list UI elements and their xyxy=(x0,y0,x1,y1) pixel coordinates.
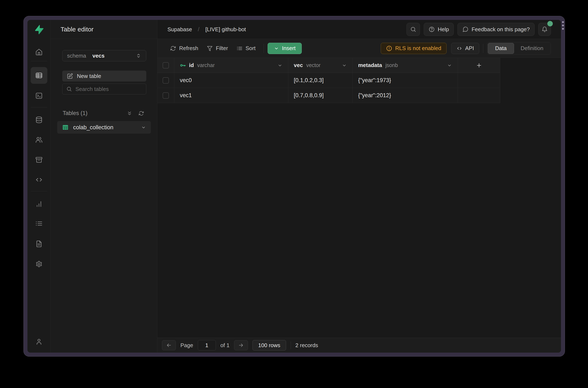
primary-key-icon xyxy=(180,62,186,69)
refresh-tables-icon[interactable] xyxy=(138,110,144,116)
chevron-down-icon[interactable] xyxy=(141,125,146,130)
rls-warning-button[interactable]: RLS is not enabled xyxy=(381,43,446,54)
new-table-label: New table xyxy=(77,73,101,79)
column-type: varchar xyxy=(197,62,215,68)
help-button[interactable]: Help xyxy=(424,23,454,36)
insert-button[interactable]: Insert xyxy=(268,43,302,54)
previous-page-button[interactable] xyxy=(162,340,176,350)
table-row[interactable]: vec1 [0.7,0.8,0.9] {"year":2012} xyxy=(157,88,500,103)
arrow-left-icon xyxy=(166,342,172,348)
column-menu-chevron-icon[interactable] xyxy=(447,63,452,68)
sidebar-item-settings-icon[interactable] xyxy=(35,260,43,268)
table-editor-sidebar: Table editor schema vecs New table Tabl xyxy=(50,20,157,353)
cell-value: vec1 xyxy=(180,92,192,99)
column-header-metadata[interactable]: metadata jsonb xyxy=(353,58,458,73)
cell-value: {"year":2012} xyxy=(358,92,391,99)
sidebar-item-sql-editor-icon[interactable] xyxy=(35,92,43,99)
rail-divider xyxy=(31,107,47,107)
column-name: id xyxy=(189,62,194,69)
sidebar-item-home-icon[interactable] xyxy=(35,48,43,56)
sidebar-item-authentication-icon[interactable] xyxy=(35,136,43,144)
schema-label: schema xyxy=(67,53,86,59)
sort-icon xyxy=(236,45,243,51)
table-row[interactable]: vec0 [0.1,0.2,0.3] {"year":1973} xyxy=(157,73,500,88)
row-checkbox[interactable] xyxy=(163,77,169,84)
table-item-name: colab_collection xyxy=(73,124,113,131)
select-all-checkbox[interactable] xyxy=(163,62,169,69)
sidebar-item-edge-functions-icon[interactable] xyxy=(35,176,43,184)
sidebar-item-table-colab-collection[interactable]: colab_collection xyxy=(57,121,151,134)
header-actions: Help Feedback on this page? xyxy=(407,23,551,36)
chevrons-up-down-icon xyxy=(136,53,142,59)
tables-heading: Tables (1) xyxy=(63,110,144,117)
supabase-logo-icon[interactable] xyxy=(34,25,44,34)
grid-header-row: id varchar vec vector metadata jsonb xyxy=(157,58,500,73)
cell-vec[interactable]: [0.1,0.2,0.3] xyxy=(288,73,353,88)
breadcrumb-org[interactable]: Supabase xyxy=(168,26,192,33)
insert-label: Insert xyxy=(282,45,296,51)
cell-metadata[interactable]: {"year":2012} xyxy=(353,88,458,103)
row-checkbox[interactable] xyxy=(163,92,169,99)
schema-select[interactable]: schema vecs xyxy=(62,50,146,61)
column-header-id[interactable]: id varchar xyxy=(174,58,288,73)
cell-metadata[interactable]: {"year":1973} xyxy=(353,73,458,88)
footer-divider xyxy=(291,341,291,349)
filter-button[interactable]: Filter xyxy=(202,43,232,54)
cell-id[interactable]: vec0 xyxy=(174,73,288,88)
column-name: vec xyxy=(294,62,303,69)
feedback-label: Feedback on this page? xyxy=(471,26,530,33)
sidebar-item-reports-icon[interactable] xyxy=(35,200,43,208)
code-brackets-icon xyxy=(456,46,462,51)
main-panel: Supabase / [LIVE] github-bot Help Feedba… xyxy=(157,20,561,353)
add-column-header[interactable] xyxy=(458,58,500,73)
rls-label: RLS is not enabled xyxy=(395,45,441,51)
column-header-vec[interactable]: vec vector xyxy=(288,58,353,73)
tables-heading-label: Tables (1) xyxy=(63,110,88,117)
rows-per-page-label: 100 rows xyxy=(258,342,280,349)
tab-data[interactable]: Data xyxy=(488,43,514,54)
toolbar-divider xyxy=(483,44,483,53)
api-button[interactable]: API xyxy=(451,43,479,54)
plus-icon xyxy=(476,62,482,69)
column-menu-chevron-icon[interactable] xyxy=(342,63,347,68)
window-drag-handle[interactable] xyxy=(562,21,564,30)
data-grid: id varchar vec vector metadata jsonb xyxy=(157,58,561,338)
rows-per-page-button[interactable]: 100 rows xyxy=(252,340,286,350)
sidebar-item-logs-icon[interactable] xyxy=(35,220,43,227)
warning-circle-icon xyxy=(386,45,392,51)
breadcrumb-project[interactable]: [LIVE] github-bot xyxy=(205,26,246,33)
select-all-cell xyxy=(157,58,174,73)
refresh-button[interactable]: Refresh xyxy=(166,43,202,54)
nav-rail xyxy=(27,20,50,353)
sidebar-item-docs-icon[interactable] xyxy=(35,240,43,248)
top-bar: Supabase / [LIVE] github-bot Help Feedba… xyxy=(157,20,561,39)
new-table-button[interactable]: New table xyxy=(62,71,146,81)
cell-vec[interactable]: [0.7,0.8,0.9] xyxy=(288,88,353,103)
help-label: Help xyxy=(438,26,449,33)
feedback-button[interactable]: Feedback on this page? xyxy=(457,23,535,36)
filter-label: Filter xyxy=(216,45,228,51)
tab-definition[interactable]: Definition xyxy=(514,45,550,51)
sidebar-item-database-icon[interactable] xyxy=(35,116,43,124)
collapse-all-icon[interactable] xyxy=(126,110,132,116)
account-icon[interactable] xyxy=(35,338,43,345)
cell-id[interactable]: vec1 xyxy=(174,88,288,103)
column-type: vector xyxy=(306,62,320,68)
sort-button[interactable]: Sort xyxy=(232,43,260,54)
pagination-bar: Page of 1 100 rows 2 records xyxy=(157,338,561,353)
page-number-input[interactable] xyxy=(198,340,216,350)
search-tables-input[interactable] xyxy=(75,86,146,92)
sidebar-header: Table editor xyxy=(50,20,157,39)
grid-toolbar: Refresh Filter Sort Insert xyxy=(157,39,561,58)
next-page-button[interactable] xyxy=(234,340,248,350)
sidebar-item-storage-icon[interactable] xyxy=(35,156,43,164)
column-menu-chevron-icon[interactable] xyxy=(277,63,283,68)
search-tables-field xyxy=(62,84,146,95)
row-select-cell xyxy=(157,88,174,103)
sidebar-item-table-editor-icon[interactable] xyxy=(31,67,47,84)
help-circle-icon xyxy=(429,26,435,32)
search-button[interactable] xyxy=(407,23,420,36)
notification-badge xyxy=(547,21,553,26)
sidebar-body: schema vecs New table Tables (1) xyxy=(50,39,157,134)
breadcrumb: Supabase / [LIVE] github-bot xyxy=(168,26,246,33)
